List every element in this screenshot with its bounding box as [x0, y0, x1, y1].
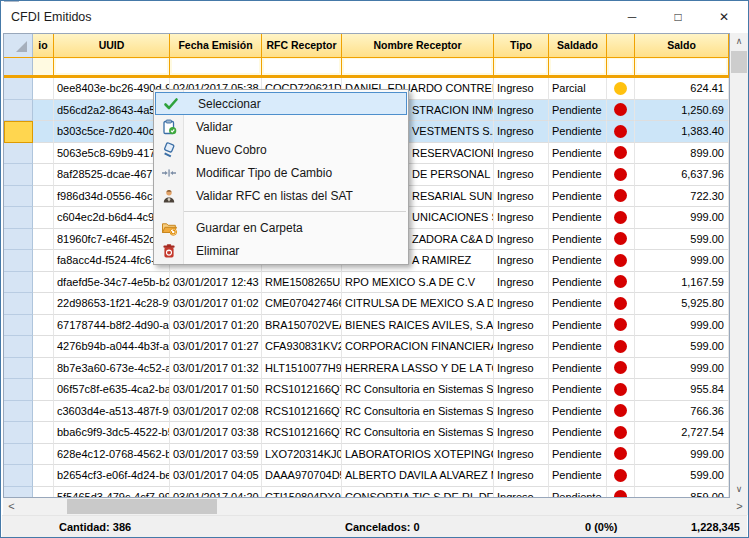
- cell-folio[interactable]: [33, 315, 54, 337]
- cell-folio[interactable]: [33, 207, 54, 229]
- status-circle-red[interactable]: [607, 143, 635, 165]
- cell-saldo[interactable]: 955.84: [635, 379, 729, 401]
- cell-fecha[interactable]: 03/01/2017 01:50: [170, 379, 262, 401]
- cell-saldado[interactable]: Pendiente: [549, 379, 607, 401]
- cell-folio[interactable]: [33, 164, 54, 186]
- column-header-selector[interactable]: [4, 34, 33, 57]
- cell-saldado[interactable]: Pendiente: [549, 422, 607, 444]
- filter-input-rfc[interactable]: [264, 59, 339, 73]
- filter-input-fecha[interactable]: [172, 59, 259, 73]
- cell-nombre[interactable]: BIENES RAICES AVILES, S.A. I: [342, 315, 494, 337]
- table-row[interactable]: 628e4c12-0768-4562-b03/01/2017 03:59LXO7…: [4, 444, 729, 466]
- filter-input-status[interactable]: [609, 59, 632, 73]
- cell-rfc[interactable]: HLT1510077H9: [262, 358, 342, 380]
- cell-nombre[interactable]: ALBERTO DAVILA ALVAREZ M: [342, 465, 494, 487]
- cell-saldo[interactable]: 999.00: [635, 207, 729, 229]
- cell-fecha[interactable]: 03/01/2017 01:20: [170, 315, 262, 337]
- cell-saldado[interactable]: Pendiente: [549, 315, 607, 337]
- cell-saldo[interactable]: 2,727.54: [635, 422, 729, 444]
- cell-rfc[interactable]: CFA930831KV2: [262, 336, 342, 358]
- horizontal-scroll-thumb[interactable]: [67, 499, 217, 514]
- table-row[interactable]: 22d98653-1f21-4c28-9f03/01/2017 01:02CME…: [4, 293, 729, 315]
- cell-saldo[interactable]: 1,250.69: [635, 100, 729, 122]
- cell-saldo[interactable]: 599.00: [635, 229, 729, 251]
- cell-saldo[interactable]: 766.36: [635, 401, 729, 423]
- table-row[interactable]: 8b7e3a60-673e-4c52-a03/01/2017 01:32HLT1…: [4, 358, 729, 380]
- cell-rfc[interactable]: CME070427466: [262, 293, 342, 315]
- row-selector[interactable]: [4, 272, 33, 294]
- cell-fecha[interactable]: 03/01/2017 02:08: [170, 401, 262, 423]
- row-selector[interactable]: [4, 207, 33, 229]
- status-circle-red[interactable]: [607, 315, 635, 337]
- table-row[interactable]: c3603d4e-a513-487f-9c03/01/2017 02:08RCS…: [4, 401, 729, 423]
- menu-item-guardar-en-carpeta[interactable]: Guardar en Carpeta: [154, 216, 408, 239]
- row-selector[interactable]: [4, 186, 33, 208]
- status-circle-red[interactable]: [607, 272, 635, 294]
- cell-tipo[interactable]: Ingreso: [494, 164, 549, 186]
- cell-tipo[interactable]: Ingreso: [494, 379, 549, 401]
- row-selector[interactable]: [4, 401, 33, 423]
- column-header-folio[interactable]: io: [33, 34, 54, 57]
- filter-cell-folio[interactable]: [33, 58, 54, 75]
- row-selector[interactable]: [4, 164, 33, 186]
- table-row[interactable]: b2654cf3-e06f-4d24-be03/01/2017 04:05DAA…: [4, 465, 729, 487]
- cell-folio[interactable]: [33, 358, 54, 380]
- cell-saldado[interactable]: Pendiente: [549, 358, 607, 380]
- column-header-saldo[interactable]: Saldo: [635, 34, 729, 57]
- filter-input-nombre[interactable]: [344, 59, 491, 73]
- cell-folio[interactable]: [33, 487, 54, 499]
- cell-uuid[interactable]: 5f5465d3-479c-4cf7-99: [54, 487, 170, 499]
- cell-folio[interactable]: [33, 336, 54, 358]
- status-circle-red[interactable]: [607, 465, 635, 487]
- table-row[interactable]: 67178744-b8f2-4d90-a803/01/2017 01:20BRA…: [4, 315, 729, 337]
- row-selector[interactable]: [4, 487, 33, 499]
- cell-uuid[interactable]: b2654cf3-e06f-4d24-be: [54, 465, 170, 487]
- column-header-nombre[interactable]: Nombre Receptor: [342, 34, 494, 57]
- row-selector[interactable]: [4, 250, 33, 272]
- cell-saldo[interactable]: 722.30: [635, 186, 729, 208]
- status-circle-red[interactable]: [607, 444, 635, 466]
- cell-saldo[interactable]: 599.00: [635, 336, 729, 358]
- horizontal-scrollbar[interactable]: < >: [3, 498, 748, 515]
- cell-tipo[interactable]: Ingreso: [494, 422, 549, 444]
- cell-saldo[interactable]: 899.00: [635, 143, 729, 165]
- row-selector[interactable]: [4, 444, 33, 466]
- filter-input-tipo[interactable]: [496, 59, 546, 73]
- cell-saldo[interactable]: 999.00: [635, 358, 729, 380]
- status-circle-yellow[interactable]: [607, 78, 635, 100]
- cell-fecha[interactable]: 03/01/2017 03:59: [170, 444, 262, 466]
- cell-folio[interactable]: [33, 121, 54, 143]
- column-header-fecha[interactable]: Fecha Emisión: [170, 34, 262, 57]
- cell-tipo[interactable]: Ingreso: [494, 186, 549, 208]
- column-header-saldado[interactable]: Saldado: [549, 34, 607, 57]
- cell-folio[interactable]: [33, 401, 54, 423]
- scroll-down-icon[interactable]: ∨: [730, 481, 748, 498]
- cell-tipo[interactable]: Ingreso: [494, 78, 549, 100]
- status-circle-red[interactable]: [607, 358, 635, 380]
- row-selector[interactable]: [4, 336, 33, 358]
- cell-tipo[interactable]: Ingreso: [494, 121, 549, 143]
- cell-saldo[interactable]: 999.00: [635, 315, 729, 337]
- row-selector[interactable]: [4, 422, 33, 444]
- cell-fecha[interactable]: 03/01/2017 01:27: [170, 336, 262, 358]
- maximize-button[interactable]: □: [655, 2, 701, 32]
- filter-input-uuid[interactable]: [56, 59, 167, 73]
- cell-saldado[interactable]: Parcial: [549, 78, 607, 100]
- table-row[interactable]: 06f57c8f-e635-4ca2-ba503/01/2017 01:50RC…: [4, 379, 729, 401]
- filter-cell-saldado[interactable]: [549, 58, 607, 75]
- cell-uuid[interactable]: c3603d4e-a513-487f-9c: [54, 401, 170, 423]
- cell-nombre[interactable]: CITRULSA DE MEXICO S.A DE: [342, 293, 494, 315]
- status-circle-red[interactable]: [607, 229, 635, 251]
- cell-folio[interactable]: [33, 143, 54, 165]
- cell-folio[interactable]: [33, 229, 54, 251]
- cell-uuid[interactable]: dfaefd5e-34c7-4e5b-b2: [54, 272, 170, 294]
- menu-item-seleccionar[interactable]: Seleccionar: [155, 92, 407, 115]
- cell-folio[interactable]: [33, 250, 54, 272]
- cell-saldo[interactable]: 599.00: [635, 465, 729, 487]
- row-selector[interactable]: [4, 229, 33, 251]
- cell-uuid[interactable]: 22d98653-1f21-4c28-9f: [54, 293, 170, 315]
- filter-cell-tipo[interactable]: [494, 58, 549, 75]
- cell-nombre[interactable]: RC Consultoria en Sistemas SA: [342, 379, 494, 401]
- cell-fecha[interactable]: 03/01/2017 01:02: [170, 293, 262, 315]
- filter-cell-status[interactable]: [607, 58, 635, 75]
